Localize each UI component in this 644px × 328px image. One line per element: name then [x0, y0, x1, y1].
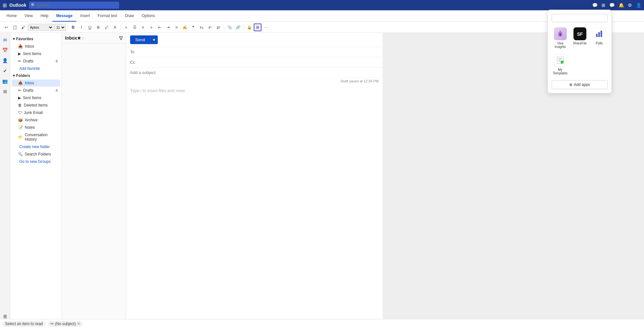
sidebar-item-archive[interactable]: 📦 Archive — [12, 117, 60, 124]
subject-input[interactable] — [130, 70, 379, 75]
sidebar-item-inbox-fav[interactable]: 📥 Inbox — [12, 43, 60, 50]
strikethrough-button[interactable]: S — [94, 23, 102, 31]
inbox-folder-icon: 📥 — [18, 81, 23, 85]
highlight-button[interactable]: 🖊 — [103, 23, 110, 31]
iconbar-apps[interactable]: ⊞ — [1, 87, 10, 96]
sidebar-item-drafts[interactable]: ✏ Drafts 8 — [12, 87, 60, 94]
numbered-list[interactable]: ≡ — [139, 23, 147, 31]
sidebar-item-inbox[interactable]: 📥 Inbox — [12, 80, 60, 87]
increase-indent[interactable]: ⇥ — [164, 23, 172, 31]
iconbar-hamburger[interactable]: ☰ — [3, 314, 7, 319]
favorites-header[interactable]: ▾ Favorites — [10, 35, 62, 42]
iconbar-calendar[interactable]: 📅 — [1, 46, 10, 55]
search-input[interactable] — [29, 2, 119, 9]
my-templates-label: My Templates — [553, 68, 568, 75]
italic-button[interactable]: I — [78, 23, 85, 31]
app-my-templates[interactable]: ⚡ My Templates — [552, 52, 569, 76]
signature-button[interactable]: ✍ — [181, 23, 189, 31]
format-painter[interactable]: 🖌 — [19, 23, 27, 31]
tab-insert[interactable]: Insert — [76, 10, 94, 22]
to-input[interactable] — [139, 50, 379, 54]
attach-button[interactable]: 📎 — [226, 23, 233, 31]
sep2 — [120, 24, 121, 30]
sidebar-label: Drafts — [23, 59, 33, 63]
tab-options[interactable]: Options — [138, 10, 159, 22]
tab-draw[interactable]: Draw — [121, 10, 138, 22]
notes-icon: 📝 — [18, 125, 23, 130]
add-apps-button[interactable]: ⊕ Add apps — [552, 80, 608, 89]
compose-body[interactable]: Type / to insert files and more — [126, 84, 383, 319]
superscript-button[interactable]: x² — [206, 23, 214, 31]
quote-button[interactable]: ❝ — [189, 23, 197, 31]
decrease-indent[interactable]: ⇤ — [156, 23, 164, 31]
app-grid-icon[interactable]: ⊞ — [3, 2, 7, 8]
clipboard-button[interactable]: 📋 — [11, 23, 19, 31]
sidebar-folder-label: Conversation History — [25, 133, 58, 142]
font-select[interactable]: Aptos — [28, 24, 53, 31]
bell-icon[interactable]: 🔔 — [619, 3, 624, 8]
sidebar-folder-label: Drafts — [23, 88, 33, 93]
sidebar-folder-label: Notes — [25, 125, 35, 130]
tab-help[interactable]: Help — [37, 10, 52, 22]
add-favorite-link[interactable]: Add favorite — [10, 65, 62, 72]
profile-icon[interactable]: 👤 — [636, 3, 641, 8]
bold-button[interactable]: B — [69, 23, 77, 31]
indent-decrease[interactable]: « — [122, 23, 130, 31]
bullet-list[interactable]: ☰ — [131, 23, 138, 31]
iconbar-tasks[interactable]: ✔ — [1, 66, 10, 75]
status-no-subject[interactable]: ✏ (No subject) ✕ — [48, 321, 83, 327]
sidebar-item-junk[interactable]: 🛡 Junk Email — [12, 109, 60, 116]
message-list-header: Inbox ★ ○ ▽ — [62, 33, 126, 43]
teams-icon[interactable]: 💬 — [609, 3, 615, 8]
apps-search-input[interactable] — [552, 14, 608, 22]
font-size-select[interactable]: 12 10 11 14 16 — [54, 24, 66, 31]
folders-header[interactable]: ▾ Folders — [10, 72, 62, 79]
app-polls[interactable]: Polls — [591, 26, 608, 50]
inbox-star[interactable]: ★ — [77, 35, 81, 41]
sent-folder-icon: ▶ — [18, 96, 21, 100]
status-select-item[interactable]: Select an item to read — [3, 321, 45, 327]
indent-increase[interactable]: » — [147, 23, 155, 31]
create-new-folder-link[interactable]: Create new folder — [10, 143, 62, 150]
send-button[interactable]: Send — [130, 35, 150, 44]
iconbar-contacts[interactable]: 👤 — [1, 56, 10, 65]
settings-icon[interactable]: ⚙ — [628, 3, 632, 8]
sidebar-item-notes[interactable]: 📝 Notes — [12, 124, 60, 131]
sidebar-folder-label: Search Folders — [25, 152, 51, 156]
sidebar-item-search-folders[interactable]: 🔍 Search Folders — [12, 151, 60, 158]
sidebar-item-drafts-fav[interactable]: ✏ Drafts 8 — [12, 58, 60, 65]
color-button[interactable]: A — [111, 23, 119, 31]
close-icon[interactable]: ✕ — [77, 322, 80, 326]
message-list-filter[interactable]: ▽ — [119, 35, 123, 41]
icon-bar: ✉ 📅 👤 ✔ 👥 ⊞ ☰ — [0, 33, 10, 319]
tab-view[interactable]: View — [21, 10, 37, 22]
edit-icon: ✏ — [51, 322, 54, 326]
go-to-groups-link[interactable]: Go to new Groups — [10, 158, 62, 165]
sidebar-item-sent-fav[interactable]: ▶ Sent Items — [12, 50, 60, 57]
subscript-button[interactable]: x₂ — [198, 23, 205, 31]
encrypt-button[interactable]: 🔒 — [245, 23, 253, 31]
compose-toolbar: Send ▾ — [126, 33, 383, 47]
tab-message[interactable]: Message — [52, 10, 77, 22]
more-options[interactable]: ··· — [262, 23, 270, 31]
rtl-button[interactable]: ⇄ — [214, 23, 222, 31]
underline-button[interactable]: U — [86, 23, 94, 31]
feedback-icon[interactable]: 💬 — [592, 3, 598, 8]
grid-icon[interactable]: ⊞ — [601, 3, 605, 8]
iconbar-groups[interactable]: 👥 — [1, 77, 10, 86]
undo-button[interactable]: ↩ — [3, 23, 10, 31]
app-viva-insights[interactable]: Viva Insights — [552, 26, 569, 50]
tab-format-text[interactable]: Format text — [94, 10, 121, 22]
sidebar-item-sent[interactable]: ▶ Sent Items — [12, 94, 60, 101]
tab-home[interactable]: Home — [3, 10, 21, 22]
sidebar-folder-label: Junk Email — [24, 110, 43, 115]
link-button[interactable]: 🔗 — [234, 23, 242, 31]
sidebar-item-deleted[interactable]: 🗑 Deleted Items — [12, 102, 60, 109]
app-sharefile[interactable]: SF ShareFile — [572, 26, 588, 50]
align-center[interactable]: ≡ — [173, 23, 180, 31]
sidebar-item-conv-history[interactable]: 📁 Conversation History — [12, 131, 60, 143]
apps-button[interactable]: ⊞ — [254, 23, 261, 31]
send-dropdown-button[interactable]: ▾ — [150, 35, 158, 44]
iconbar-mail[interactable]: ✉ — [1, 35, 10, 44]
cc-input[interactable] — [139, 60, 379, 65]
